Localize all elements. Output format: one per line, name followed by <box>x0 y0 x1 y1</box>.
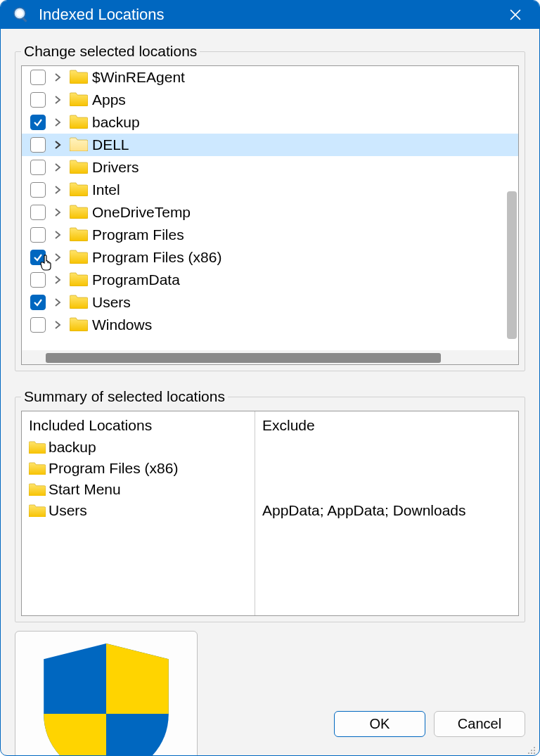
tree-row[interactable]: Users <box>22 291 518 314</box>
exclude-item <box>262 458 511 479</box>
summary-legend: Summary of selected locations <box>21 388 228 405</box>
svg-point-1 <box>16 10 23 17</box>
tree-item-label: OneDriveTemp <box>92 204 191 221</box>
included-item[interactable]: Start Menu <box>29 479 248 500</box>
chevron-right-icon[interactable] <box>50 208 65 217</box>
svg-rect-2 <box>22 17 27 23</box>
tree-item-label: Windows <box>92 316 152 333</box>
checkbox[interactable] <box>30 317 46 333</box>
chevron-right-icon[interactable] <box>50 186 65 194</box>
tree-row[interactable]: Intel <box>22 179 518 201</box>
tree-item-label: ProgramData <box>92 271 180 288</box>
svg-point-8 <box>528 752 529 754</box>
folder-icon <box>29 461 46 475</box>
checkbox[interactable] <box>30 227 46 243</box>
folder-icon <box>70 317 88 333</box>
folder-icon <box>70 160 88 175</box>
tree-item-label: Apps <box>92 91 126 108</box>
exclude-item-text: AppData; AppData; Downloads <box>262 502 466 519</box>
locations-tree[interactable]: $WinREAgentAppsbackupDELLDriversIntelOne… <box>21 65 519 365</box>
tree-row[interactable]: Drivers <box>22 156 518 179</box>
folder-icon <box>70 115 88 130</box>
folder-icon <box>70 205 88 220</box>
exclude-column: Exclude AppData; AppData; Downloads <box>255 411 518 615</box>
window-title: Indexed Locations <box>39 6 501 24</box>
folder-icon <box>70 182 88 198</box>
tree-item-label: $WinREAgent <box>92 69 185 86</box>
checkbox[interactable] <box>30 295 46 310</box>
svg-point-6 <box>531 750 532 751</box>
tree-row[interactable]: DELL <box>22 134 518 156</box>
show-all-locations-button[interactable]: Show all locations <box>15 631 198 756</box>
checkbox[interactable] <box>30 92 46 108</box>
exclude-item: AppData; AppData; Downloads <box>262 500 511 521</box>
included-item-label: backup <box>49 439 96 456</box>
checkbox[interactable] <box>30 137 46 153</box>
horizontal-scrollbar-track[interactable] <box>22 350 518 364</box>
ok-button[interactable]: OK <box>334 711 425 737</box>
tree-item-label: Intel <box>92 181 120 198</box>
dialog-content: Change selected locations $WinREAgentApp… <box>1 29 539 631</box>
folder-icon <box>29 482 46 496</box>
title-bar: Indexed Locations <box>1 1 539 29</box>
button-row: Show all locations OK Cancel <box>1 631 539 756</box>
chevron-right-icon[interactable] <box>50 298 65 307</box>
included-item[interactable]: Users <box>29 500 248 521</box>
svg-point-5 <box>534 747 535 748</box>
included-item[interactable]: Program Files (x86) <box>29 458 248 479</box>
tree-row[interactable]: OneDriveTemp <box>22 201 518 224</box>
resize-grip[interactable] <box>526 742 536 752</box>
tree-item-label: Users <box>92 294 131 311</box>
vertical-scrollbar[interactable] <box>507 191 517 339</box>
tree-row[interactable]: $WinREAgent <box>22 66 518 89</box>
chevron-right-icon[interactable] <box>50 96 65 104</box>
chevron-right-icon[interactable] <box>50 231 65 239</box>
tree-item-label: Program Files <box>92 226 184 243</box>
tree-row[interactable]: backup <box>22 111 518 134</box>
tree-row[interactable]: Program Files <box>22 224 518 246</box>
dialog-window: Indexed Locations Change selected locati… <box>0 0 540 756</box>
checkbox[interactable] <box>30 115 46 130</box>
chevron-right-icon[interactable] <box>50 253 65 262</box>
checkbox[interactable] <box>30 160 46 175</box>
tree-row[interactable]: Program Files (x86) <box>22 246 518 269</box>
included-item-label: Users <box>49 502 87 519</box>
tree-item-label: Drivers <box>92 159 139 176</box>
chevron-right-icon[interactable] <box>50 141 65 149</box>
included-item[interactable]: backup <box>29 437 248 458</box>
checkbox[interactable] <box>30 205 46 220</box>
cancel-button[interactable]: Cancel <box>434 711 525 737</box>
horizontal-scrollbar-thumb[interactable] <box>46 353 441 363</box>
chevron-right-icon[interactable] <box>50 73 65 82</box>
summary-group: Summary of selected locations Included L… <box>15 388 525 622</box>
folder-icon <box>70 250 88 265</box>
checkbox[interactable] <box>30 250 46 265</box>
exclude-item <box>262 437 511 458</box>
chevron-right-icon[interactable] <box>50 276 65 284</box>
chevron-right-icon[interactable] <box>50 118 65 127</box>
included-header: Included Locations <box>29 416 248 437</box>
change-locations-group: Change selected locations $WinREAgentApp… <box>15 43 525 371</box>
folder-icon <box>70 92 88 108</box>
checkbox[interactable] <box>30 272 46 288</box>
checkbox[interactable] <box>30 70 46 85</box>
tree-row[interactable]: ProgramData <box>22 269 518 291</box>
included-item-label: Start Menu <box>49 481 121 498</box>
chevron-right-icon[interactable] <box>50 163 65 172</box>
tree-item-label: DELL <box>92 136 129 153</box>
svg-point-7 <box>534 750 535 751</box>
close-button[interactable] <box>501 1 529 29</box>
tree-row[interactable]: Windows <box>22 314 518 336</box>
tree-item-label: Program Files (x86) <box>92 249 221 266</box>
included-column: Included Locations backupProgram Files (… <box>22 411 255 615</box>
magnifier-icon <box>12 6 30 24</box>
checkbox[interactable] <box>30 182 46 198</box>
folder-icon <box>70 272 88 288</box>
tree-row[interactable]: Apps <box>22 89 518 111</box>
exclude-header: Exclude <box>262 416 511 437</box>
folder-icon <box>70 295 88 310</box>
summary-list: Included Locations backupProgram Files (… <box>21 411 519 616</box>
chevron-right-icon[interactable] <box>50 321 65 329</box>
folder-icon <box>29 504 46 518</box>
change-locations-legend: Change selected locations <box>21 43 200 60</box>
